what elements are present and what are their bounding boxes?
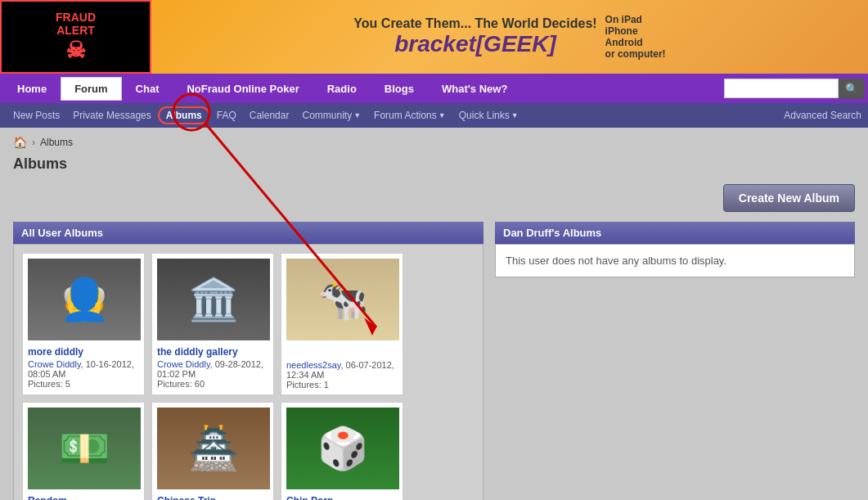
banner-advertisement[interactable]: You Create Them... The World Decides! br…: [151, 0, 868, 74]
banner-tagline: You Create Them... The World Decides!: [353, 16, 596, 31]
album-author: Crowe Diddly: [28, 359, 81, 369]
primary-nav: Home Forum Chat NoFraud Online Poker Rad…: [0, 74, 868, 103]
album-author: needless2say: [286, 360, 340, 370]
nav-calendar[interactable]: Calendar: [243, 106, 296, 124]
nav-quick-links[interactable]: Quick Links ▼: [452, 106, 525, 124]
album-thumb-diddly-gallery: 🏛️: [157, 259, 270, 340]
main-content: 🏠 › Albums Albums Create New Album All U…: [0, 128, 868, 500]
all-user-albums-header: All User Albums: [13, 222, 483, 244]
nav-tab-home[interactable]: Home: [3, 77, 61, 101]
album-thumb-more-diddly: 👴: [28, 259, 141, 340]
album-thumb-chip-porn: 🎲: [286, 408, 399, 489]
breadcrumb-separator: ›: [32, 137, 35, 148]
fraud-alert-banner: FRAUD ALERT ☠: [0, 0, 151, 74]
album-card-needless2say[interactable]: 🐄 needless2say, 06-07-2012, 12:34 AM Pic…: [281, 253, 403, 395]
album-card-random[interactable]: 💵 Random mtnDew, 04-06-: [22, 402, 145, 500]
page-title: Albums: [13, 155, 855, 173]
create-new-album-button[interactable]: Create New Album: [723, 184, 855, 212]
album-card-chip-porn[interactable]: 🎲 Chip Porn PLOL, 03-06-2012,: [281, 402, 403, 500]
top-banner: FRAUD ALERT ☠ You Create Them... The Wor…: [0, 0, 868, 74]
album-thumb-random: 💵: [28, 408, 141, 489]
dan-druff-albums-panel: Dan Druff's Albums This user does not ha…: [495, 222, 855, 500]
nav-new-posts[interactable]: New Posts: [7, 106, 66, 124]
album-card-chinese-trip[interactable]: 🏯 Chinese Trip: [151, 402, 274, 500]
nav-private-messages[interactable]: Private Messages: [66, 106, 157, 124]
nav-tab-radio[interactable]: Radio: [313, 77, 371, 101]
community-dropdown-arrow: ▼: [353, 111, 361, 119]
album-meta-needless2say: needless2say, 06-07-2012, 12:34 AM Pictu…: [286, 360, 398, 390]
nav-forum-actions[interactable]: Forum Actions ▼: [367, 106, 452, 124]
albums-layout: All User Albums 👴 more diddly Crowe Didd…: [13, 222, 855, 500]
album-grid: 👴 more diddly Crowe Diddly, 10-16-2012, …: [13, 244, 483, 500]
search-button[interactable]: 🔍: [839, 79, 865, 99]
album-title-random[interactable]: Random: [28, 495, 67, 500]
breadcrumb-current: Albums: [40, 137, 73, 148]
nav-albums[interactable]: Albums: [158, 106, 210, 124]
banner-content: You Create Them... The World Decides! br…: [353, 16, 596, 57]
album-meta-diddly-gallery: Crowe Diddly, 09-28-2012, 01:02 PM Pictu…: [157, 359, 268, 389]
no-albums-message: This user does not have any albums to di…: [506, 255, 726, 267]
album-thumb-chinese-trip: 🏯: [157, 408, 270, 489]
breadcrumb: 🏠 › Albums: [13, 136, 855, 149]
nav-tab-whats-new[interactable]: What's New?: [428, 77, 521, 101]
banner-brand: bracket[GEEK]: [353, 31, 596, 57]
dan-druff-albums-content: This user does not have any albums to di…: [495, 244, 855, 277]
all-user-albums-panel: All User Albums 👴 more diddly Crowe Didd…: [13, 222, 483, 500]
nav-tab-poker[interactable]: NoFraud Online Poker: [173, 77, 313, 101]
nav-tab-forum[interactable]: Forum: [61, 77, 121, 101]
nav-tab-chat[interactable]: Chat: [122, 77, 173, 101]
album-title-more-diddly[interactable]: more diddly: [28, 346, 83, 358]
skull-icon: ☠: [65, 37, 86, 64]
secondary-nav: New Posts Private Messages Albums FAQ Ca…: [0, 103, 868, 128]
album-title-chinese-trip[interactable]: Chinese Trip: [157, 495, 216, 500]
fraud-alert-line2: ALERT: [56, 24, 95, 37]
forum-actions-dropdown-arrow: ▼: [438, 111, 446, 119]
album-meta-more-diddly: Crowe Diddly, 10-16-2012, 08:05 AM Pictu…: [28, 359, 139, 389]
dan-druff-albums-header: Dan Druff's Albums: [495, 222, 855, 244]
album-title-chip-porn[interactable]: Chip Porn: [286, 495, 333, 500]
advanced-search-link[interactable]: Advanced Search: [784, 110, 861, 121]
banner-platform: On iPad iPhone Android or computer!: [605, 14, 666, 60]
album-author: Crowe Diddly: [157, 359, 210, 369]
album-thumb-needless2say: 🐄: [286, 259, 399, 340]
search-bar: 🔍: [724, 79, 865, 99]
quick-links-dropdown-arrow: ▼: [511, 111, 519, 119]
search-input[interactable]: [724, 79, 839, 98]
album-card-diddly-gallery[interactable]: 🏛️ the diddly gallery Crowe Diddly, 09-2…: [151, 253, 274, 395]
album-card-more-diddly[interactable]: 👴 more diddly Crowe Diddly, 10-16-2012, …: [22, 253, 145, 395]
action-bar: Create New Album: [13, 184, 855, 212]
home-icon[interactable]: 🏠: [13, 136, 27, 149]
album-title-diddly-gallery[interactable]: the diddly gallery: [157, 346, 238, 358]
nav-tab-blogs[interactable]: Blogs: [371, 77, 428, 101]
nav-faq[interactable]: FAQ: [210, 106, 243, 124]
nav-community[interactable]: Community ▼: [295, 106, 367, 124]
fraud-alert-line1: FRAUD: [56, 11, 96, 24]
album-title-empty: [286, 345, 398, 358]
